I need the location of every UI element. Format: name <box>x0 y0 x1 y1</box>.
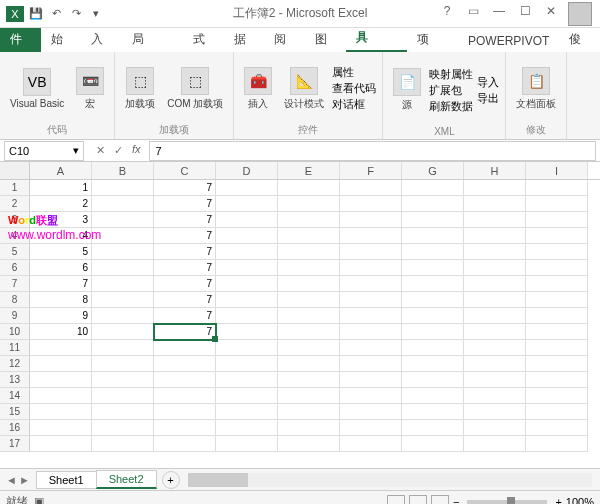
row-header[interactable]: 13 <box>0 372 30 388</box>
cell[interactable]: 7 <box>154 260 216 276</box>
cell[interactable] <box>526 260 588 276</box>
cell[interactable] <box>402 324 464 340</box>
cell[interactable] <box>154 420 216 436</box>
import-button[interactable]: 导入 <box>477 75 499 90</box>
cell[interactable] <box>464 436 526 452</box>
row-header[interactable]: 10 <box>0 324 30 340</box>
cell[interactable] <box>340 196 402 212</box>
cell[interactable] <box>92 308 154 324</box>
cell[interactable] <box>526 324 588 340</box>
cell[interactable] <box>340 340 402 356</box>
undo-icon[interactable]: ↶ <box>48 6 64 22</box>
cell[interactable] <box>216 212 278 228</box>
cell[interactable] <box>464 420 526 436</box>
zoom-level[interactable]: 100% <box>566 496 594 505</box>
cell[interactable] <box>30 436 92 452</box>
cell[interactable] <box>402 196 464 212</box>
cell[interactable]: 10 <box>30 324 92 340</box>
cell[interactable]: 7 <box>154 292 216 308</box>
cell[interactable] <box>278 180 340 196</box>
cell[interactable] <box>154 340 216 356</box>
cell[interactable] <box>402 276 464 292</box>
cell[interactable] <box>278 212 340 228</box>
cell[interactable] <box>154 388 216 404</box>
cell[interactable] <box>30 388 92 404</box>
cell[interactable] <box>216 292 278 308</box>
cell[interactable] <box>402 404 464 420</box>
cell[interactable] <box>402 260 464 276</box>
cell[interactable] <box>30 340 92 356</box>
cell[interactable] <box>402 436 464 452</box>
save-icon[interactable]: 💾 <box>28 6 44 22</box>
cell[interactable] <box>526 388 588 404</box>
cell[interactable] <box>340 404 402 420</box>
column-header[interactable]: D <box>216 162 278 179</box>
cell[interactable] <box>278 324 340 340</box>
cell[interactable] <box>526 356 588 372</box>
cell[interactable] <box>154 436 216 452</box>
redo-icon[interactable]: ↷ <box>68 6 84 22</box>
cell[interactable] <box>402 388 464 404</box>
column-header[interactable]: C <box>154 162 216 179</box>
cell[interactable] <box>402 308 464 324</box>
tab-powerpivot[interactable]: POWERPIVOT <box>458 30 559 52</box>
row-header[interactable]: 3 <box>0 212 30 228</box>
zoom-out-button[interactable]: − <box>453 496 459 505</box>
cell[interactable] <box>464 244 526 260</box>
column-header[interactable]: I <box>526 162 588 179</box>
cell[interactable] <box>402 356 464 372</box>
help-icon[interactable]: ? <box>438 2 456 20</box>
macro-record-icon[interactable]: ▣ <box>34 495 44 504</box>
cell[interactable] <box>526 228 588 244</box>
cell[interactable] <box>402 372 464 388</box>
cell[interactable] <box>92 260 154 276</box>
cell[interactable] <box>92 228 154 244</box>
cell[interactable] <box>464 196 526 212</box>
cell[interactable] <box>526 340 588 356</box>
cell[interactable] <box>402 212 464 228</box>
column-header[interactable]: E <box>278 162 340 179</box>
row-header[interactable]: 14 <box>0 388 30 404</box>
cell[interactable] <box>278 388 340 404</box>
properties-button[interactable]: 属性 <box>332 65 376 80</box>
fx-icon[interactable]: fx <box>128 143 145 159</box>
row-header[interactable]: 16 <box>0 420 30 436</box>
cell[interactable] <box>30 420 92 436</box>
cell[interactable] <box>340 308 402 324</box>
cell[interactable] <box>92 324 154 340</box>
expansion-button[interactable]: 扩展包 <box>429 83 473 98</box>
cell[interactable]: 9 <box>30 308 92 324</box>
cell[interactable] <box>402 292 464 308</box>
sheet-tab-2[interactable]: Sheet2 <box>96 470 157 489</box>
cell[interactable]: 7 <box>154 228 216 244</box>
cell[interactable] <box>340 356 402 372</box>
cell[interactable]: 8 <box>30 292 92 308</box>
cell[interactable] <box>464 292 526 308</box>
com-addins-button[interactable]: ⬚COM 加载项 <box>163 65 227 113</box>
cell[interactable] <box>278 404 340 420</box>
user-avatar[interactable] <box>568 2 592 26</box>
cell[interactable] <box>216 436 278 452</box>
zoom-slider[interactable] <box>467 500 547 504</box>
row-header[interactable]: 9 <box>0 308 30 324</box>
cell[interactable]: 7 <box>154 180 216 196</box>
cell[interactable] <box>216 404 278 420</box>
normal-view-button[interactable] <box>387 495 405 505</box>
minimize-icon[interactable]: — <box>490 2 508 20</box>
page-break-view-button[interactable] <box>431 495 449 505</box>
zoom-in-button[interactable]: + <box>555 496 561 505</box>
cell[interactable] <box>526 212 588 228</box>
cell[interactable]: 4 <box>30 228 92 244</box>
cell[interactable] <box>526 308 588 324</box>
cell[interactable] <box>30 356 92 372</box>
cell[interactable] <box>216 260 278 276</box>
row-header[interactable]: 4 <box>0 228 30 244</box>
cell[interactable] <box>340 292 402 308</box>
cell[interactable] <box>154 404 216 420</box>
cell[interactable] <box>216 324 278 340</box>
column-header[interactable]: A <box>30 162 92 179</box>
view-code-button[interactable]: 查看代码 <box>332 81 376 96</box>
select-all-corner[interactable] <box>0 162 30 179</box>
cell[interactable] <box>278 244 340 260</box>
cell[interactable] <box>340 372 402 388</box>
